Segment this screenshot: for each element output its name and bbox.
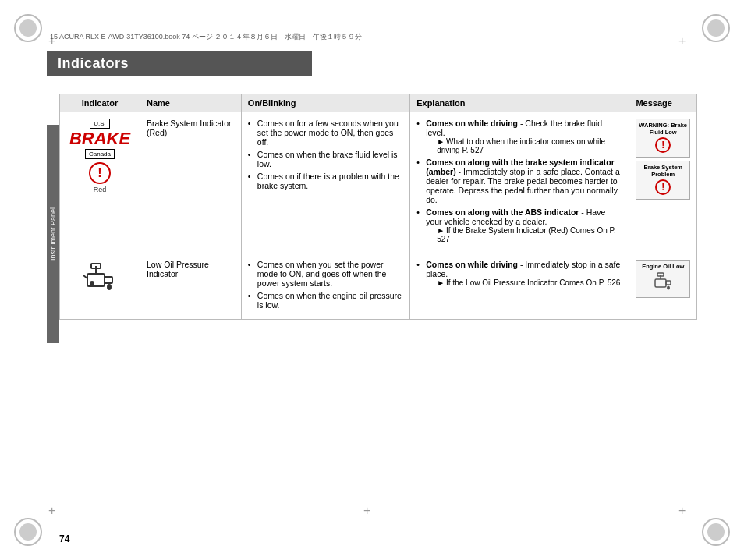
- book-header: 15 ACURA RLX E-AWD-31TY36100.book 74 ページ…: [47, 30, 697, 44]
- oil-explanation-list: Comes on while driving - Immediately sto…: [416, 260, 622, 287]
- ref-line: ►What to do when the indicator comes on …: [426, 137, 622, 154]
- oil-can-message-icon: [652, 271, 674, 290]
- brake-circle-icon: [89, 162, 111, 184]
- message-oil-icon: [638, 271, 688, 293]
- brake-on-blinking-list: Comes on for a few seconds when you set …: [248, 119, 403, 190]
- side-tab-label: Instrument Panel: [49, 207, 57, 261]
- message-title: WARNING: Brake Fluid Low: [638, 122, 688, 136]
- oil-on-blinking-cell: Comes on when you set the power mode to …: [241, 253, 409, 320]
- oil-explanation-cell: Comes on while driving - Immediately sto…: [410, 253, 629, 320]
- oil-icon-container: [66, 260, 133, 294]
- message-brake-icon-2: [655, 179, 671, 195]
- side-tab: Instrument Panel: [47, 125, 59, 343]
- brake-explanation-list: Comes on while driving - Check the brake…: [416, 119, 622, 243]
- brake-system-name: Brake System Indicator (Red): [147, 119, 232, 137]
- list-item: Comes on if there is a problem with the …: [248, 172, 403, 190]
- svg-rect-7: [655, 279, 666, 287]
- brake-name-cell: Brake System Indicator (Red): [140, 112, 242, 253]
- ref-page: P. 526: [599, 278, 621, 287]
- ref-text: If the Low Oil Pressure Indicator Comes …: [446, 278, 597, 287]
- explanation-bold: Comes on while driving: [426, 119, 518, 128]
- corner-decoration-br: [702, 518, 730, 546]
- indicator-cell-oil: [60, 253, 140, 320]
- oil-can-icon: [81, 260, 119, 292]
- list-item: Comes on when the engine oil pressure is…: [248, 291, 403, 310]
- col-header-explanation: Explanation: [410, 94, 629, 112]
- page-title: Indicators: [58, 55, 301, 72]
- svg-point-6: [107, 284, 112, 290]
- title-band: Indicators: [47, 51, 312, 76]
- brake-canada-label: Canada: [85, 149, 115, 159]
- corner-decoration-tr: [702, 14, 730, 42]
- col-header-name: Name: [140, 94, 242, 112]
- brake-text: BRAKE: [69, 130, 130, 147]
- brake-red-label: Red: [94, 186, 107, 193]
- list-item: Comes on when you set the power mode to …: [248, 260, 403, 288]
- svg-point-4: [90, 281, 94, 285]
- col-header-indicator: Indicator: [60, 94, 140, 112]
- message-box-brake-fluid: WARNING: Brake Fluid Low: [636, 119, 690, 158]
- svg-rect-8: [666, 281, 671, 285]
- oil-name-cell: Low Oil Pressure Indicator: [140, 253, 242, 320]
- message-title: Brake System Problem: [638, 164, 688, 178]
- ref-page: P. 527: [462, 146, 484, 154]
- explanation-bold: Comes on while driving: [426, 260, 518, 269]
- indicator-cell-brake: U.S. BRAKE Canada Red: [60, 112, 140, 253]
- main-content: Indicator Name On/Blinking Explanation M…: [59, 94, 697, 513]
- message-brake-icon: [655, 137, 671, 153]
- col-header-message: Message: [629, 94, 697, 112]
- corner-decoration-bl: [14, 518, 42, 546]
- message-box-brake-system: Brake System Problem: [636, 161, 690, 200]
- brake-explanation-cell: Comes on while driving - Check the brake…: [410, 112, 629, 253]
- table-header-row: Indicator Name On/Blinking Explanation M…: [60, 94, 697, 112]
- list-item: Comes on for a few seconds when you set …: [248, 119, 403, 147]
- ref-arrow-icon: ►: [437, 278, 445, 287]
- ref-arrow-icon: ►: [437, 226, 445, 235]
- oil-message-cell: Engine Oil Low: [629, 253, 697, 320]
- list-item: Comes on while driving - Immediately sto…: [416, 260, 622, 287]
- ref-text: If the Brake System Indicator (Red) Come…: [446, 226, 608, 235]
- list-item: Comes on while driving - Check the brake…: [416, 119, 622, 154]
- header-text: 15 ACURA RLX E-AWD-31TY36100.book 74 ページ…: [50, 33, 362, 41]
- oil-on-blinking-list: Comes on when you set the power mode to …: [248, 260, 403, 310]
- svg-point-11: [667, 286, 670, 290]
- ref-arrow-icon: ►: [437, 137, 445, 146]
- list-item: Comes on along with the brake system ind…: [416, 158, 622, 204]
- col-header-on-blinking: On/Blinking: [241, 94, 409, 112]
- svg-rect-1: [105, 277, 112, 283]
- corner-decoration-tl: [14, 14, 42, 42]
- list-item: Comes on when the brake fluid level is l…: [248, 150, 403, 168]
- message-box-oil: Engine Oil Low: [636, 260, 690, 298]
- ref-line: ►If the Low Oil Pressure Indicator Comes…: [426, 278, 622, 287]
- brake-us-label: U.S.: [90, 119, 110, 129]
- brake-icon-container: U.S. BRAKE Canada Red: [66, 119, 133, 193]
- explanation-bold: Comes on along with the ABS indicator: [426, 207, 579, 217]
- brake-message-cell: WARNING: Brake Fluid Low Brake System Pr…: [629, 112, 697, 253]
- list-item: Comes on along with the ABS indicator - …: [416, 207, 622, 243]
- svg-rect-0: [87, 274, 105, 286]
- indicators-table: Indicator Name On/Blinking Explanation M…: [59, 94, 697, 320]
- page-number: 74: [59, 533, 69, 544]
- message-title: Engine Oil Low: [638, 263, 688, 270]
- brake-on-blinking-cell: Comes on for a few seconds when you set …: [241, 112, 409, 253]
- table-row: Low Oil Pressure Indicator Comes on when…: [60, 253, 697, 320]
- table-row: U.S. BRAKE Canada Red Brake System Indic…: [60, 112, 697, 253]
- ref-line: ►If the Brake System Indicator (Red) Com…: [426, 226, 622, 243]
- oil-pressure-name: Low Oil Pressure Indicator: [147, 260, 209, 278]
